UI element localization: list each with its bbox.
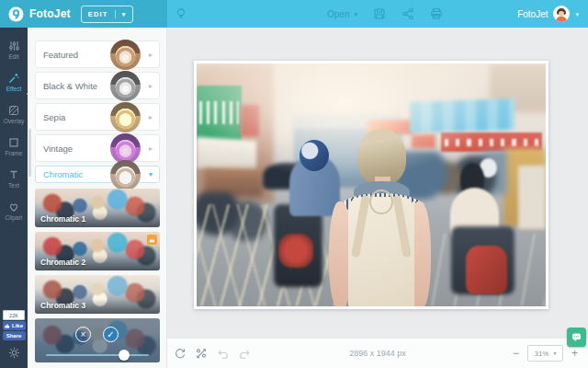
- chevron-right-icon: ▸: [149, 113, 153, 121]
- share-icon[interactable]: [401, 7, 414, 20]
- preset-chromatic-1[interactable]: Chromatic 1: [35, 189, 160, 227]
- zoom-level-value: 31%: [534, 350, 548, 358]
- canvas-area: [167, 28, 588, 339]
- facebook-like-button[interactable]: Like: [3, 321, 26, 330]
- preset-label: Chromatic 2: [40, 258, 85, 267]
- redo-icon[interactable]: [239, 349, 251, 359]
- account-name: FotoJet: [517, 9, 548, 19]
- preset-label: Chromatic 3: [40, 301, 85, 310]
- photo-far-right-rider: [518, 166, 546, 229]
- category-label: Chromatic: [43, 169, 83, 179]
- tips-lightbulb-icon[interactable]: [175, 7, 187, 20]
- photo-red-bag: [466, 246, 508, 294]
- statusbar-history-tools: [175, 348, 251, 359]
- sidebar-item-frame[interactable]: Frame: [0, 131, 28, 163]
- zoom-level-dropdown[interactable]: 31% ▾: [527, 345, 563, 362]
- facebook-share-button[interactable]: Share: [3, 331, 26, 340]
- effect-category-black-white[interactable]: Black & White ▸: [35, 72, 160, 99]
- sidebar-item-overlay[interactable]: Overlay: [0, 98, 28, 131]
- facebook-share-label: Share: [6, 333, 22, 339]
- category-thumbnail: [110, 102, 141, 132]
- photo-backpack: [348, 197, 414, 306]
- check-icon: ✓: [107, 330, 114, 339]
- effect-category-sepia[interactable]: Sepia ▸: [35, 103, 160, 131]
- category-label: Vintage: [43, 144, 73, 154]
- category-thumbnail: [110, 71, 141, 101]
- chevron-down-icon: ▾: [575, 11, 579, 17]
- photo-backpack-strap-left: [351, 194, 370, 258]
- edit-mode-dropdown[interactable]: EDIT ▾: [81, 6, 134, 23]
- preset-chromatic-3[interactable]: Chromatic 3: [35, 275, 160, 314]
- facebook-like-count: 22K: [3, 310, 25, 320]
- sidebar-item-label: Clipart: [6, 214, 23, 221]
- fotojet-logo-icon: [8, 6, 24, 22]
- chevron-down-icon: ▾: [354, 11, 357, 17]
- sidebar-item-label: Frame: [6, 150, 23, 156]
- photo-frame: [194, 61, 548, 309]
- account-menu[interactable]: FotoJet ▾: [517, 6, 579, 22]
- panel-scrollbar[interactable]: [28, 129, 31, 177]
- zoom-controls: − 31% ▾ +: [513, 345, 578, 362]
- print-icon[interactable]: [430, 7, 443, 20]
- fotojet-app: FotoJet EDIT ▾ Open ▾: [0, 0, 588, 368]
- preset-label: Chromatic 1: [40, 214, 85, 224]
- sidebar-item-label: Text: [8, 182, 19, 189]
- photo-backpack-strap-right: [393, 194, 413, 258]
- active-panel-notch: [22, 89, 32, 98]
- topbar-tools-section: Open ▾ FotoJet: [167, 0, 588, 28]
- premium-crown-badge: [147, 235, 157, 245]
- tool-rail: Edit Effect Overlay Frame Text Clipart 2…: [0, 28, 28, 368]
- sidebar-item-clipart[interactable]: Clipart: [0, 195, 28, 227]
- effect-category-chromatic[interactable]: Chromatic ▾: [35, 166, 160, 183]
- facebook-widget: 22K Like Share: [3, 310, 26, 340]
- close-icon: ×: [81, 330, 86, 339]
- category-thumbnail: [110, 160, 141, 190]
- category-label: Black & White: [43, 81, 97, 91]
- file-tools: Open ▾: [327, 7, 443, 20]
- category-label: Sepia: [43, 112, 65, 122]
- zoom-out-button[interactable]: −: [513, 347, 519, 360]
- effects-panel: Featured ▸ Black & White ▸ Sepia ▸ Vinta…: [28, 28, 167, 368]
- intensity-slider[interactable]: [46, 354, 149, 356]
- undo-icon[interactable]: [217, 349, 229, 359]
- effect-category-vintage[interactable]: Vintage ▸: [35, 134, 160, 162]
- sidebar-item-label: Overlay: [4, 118, 24, 124]
- topbar: FotoJet EDIT ▾ Open ▾: [0, 0, 588, 28]
- refresh-icon[interactable]: [175, 348, 186, 359]
- preset-chromatic-2[interactable]: Chromatic 2: [35, 232, 160, 270]
- chevron-right-icon: ▸: [149, 51, 153, 59]
- save-icon[interactable]: [373, 7, 386, 20]
- chevron-right-icon: ▸: [149, 82, 153, 90]
- avatar-shirt: [556, 17, 567, 22]
- zoom-in-button[interactable]: +: [571, 347, 578, 360]
- avatar: [553, 6, 570, 22]
- open-dropdown[interactable]: Open ▾: [327, 9, 357, 19]
- chevron-right-icon: ▸: [149, 144, 153, 153]
- photo-backpack-handle: [369, 190, 393, 214]
- statusbar: 2896 x 1944 px − 31% ▾ +: [167, 338, 588, 368]
- brand-name: FotoJet: [29, 7, 71, 20]
- preset-chromatic-4-active[interactable]: × ✓: [35, 318, 160, 362]
- edit-mode-label: EDIT: [88, 10, 108, 18]
- support-chat-button[interactable]: [567, 328, 586, 347]
- category-thumbnail: [110, 40, 141, 70]
- topbar-brand-section: FotoJet EDIT ▾: [0, 0, 167, 28]
- photo-scooter-taillight: [278, 234, 313, 268]
- canvas-photo[interactable]: [197, 63, 546, 306]
- chevron-down-icon: ▾: [149, 170, 153, 178]
- intensity-slider-knob[interactable]: [119, 350, 130, 361]
- divider: [115, 10, 116, 18]
- open-label: Open: [327, 9, 349, 19]
- chevron-down-icon: ▾: [122, 11, 127, 17]
- settings-gear-icon[interactable]: [8, 347, 20, 359]
- category-label: Featured: [43, 50, 78, 60]
- sidebar-item-label: Effect: [6, 86, 22, 92]
- facebook-like-label: Like: [12, 323, 23, 328]
- cancel-effect-button[interactable]: ×: [75, 327, 91, 342]
- effect-category-featured[interactable]: Featured ▸: [35, 40, 160, 68]
- sidebar-item-text[interactable]: Text: [0, 163, 28, 195]
- actual-size-icon[interactable]: [196, 348, 207, 359]
- sidebar-item-edit[interactable]: Edit: [0, 34, 28, 66]
- apply-effect-button[interactable]: ✓: [103, 327, 119, 342]
- chevron-down-icon: ▾: [553, 351, 556, 356]
